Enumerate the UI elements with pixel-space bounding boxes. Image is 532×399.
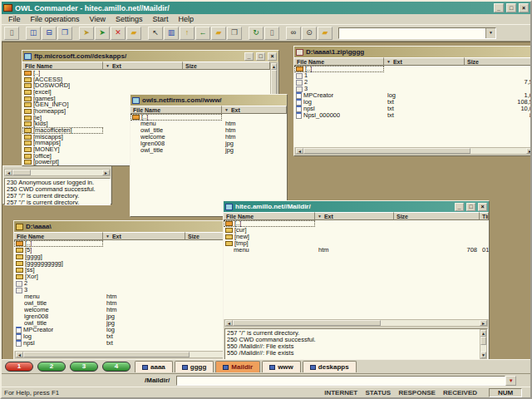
- scrollbar-thumb[interactable]: [12, 170, 31, 175]
- column-header-size[interactable]: Size: [183, 62, 270, 70]
- invert-selection-button[interactable]: ↖: [148, 27, 163, 40]
- scroll-left-button[interactable]: ◄: [16, 352, 23, 357]
- file-row[interactable]: MPCreatorlog: [14, 327, 254, 333]
- copy-button[interactable]: ➤: [79, 27, 94, 40]
- column-header-file-name[interactable]: File Name: [224, 212, 315, 220]
- refresh-button[interactable]: ↻: [249, 27, 264, 40]
- file-row[interactable]: [..]: [14, 240, 254, 247]
- split-view-button[interactable]: ▥: [164, 27, 179, 40]
- scroll-right-button[interactable]: ►: [526, 148, 530, 154]
- file-row[interactable]: [5]: [14, 247, 254, 254]
- quick-button-1[interactable]: 1: [5, 362, 33, 372]
- tab-maildir[interactable]: Maildir: [215, 361, 260, 372]
- scroll-right-button[interactable]: ►: [480, 320, 487, 326]
- find-button[interactable]: ∞: [286, 27, 301, 40]
- file-row[interactable]: [cur]: [224, 227, 489, 234]
- column-header-file-name[interactable]: File Name: [294, 57, 384, 66]
- open-folder-button[interactable]: ▰: [211, 27, 226, 40]
- file-row[interactable]: owl_titlejpg: [131, 147, 287, 154]
- parent-directory-button[interactable]: ↑: [180, 27, 195, 40]
- file-row[interactable]: [ACCESS]: [22, 76, 270, 83]
- restore-button[interactable]: □: [466, 203, 475, 211]
- combo-dropdown-icon[interactable]: ▼: [485, 28, 495, 38]
- file-row[interactable]: menuhtm: [14, 293, 254, 300]
- quick-button-2[interactable]: 2: [37, 362, 66, 372]
- file-row[interactable]: lgren008jpg: [14, 313, 254, 320]
- menu-item-file-operations[interactable]: File operations: [26, 15, 85, 23]
- column-header-file-name[interactable]: File Name: [22, 62, 103, 70]
- tile-vertical-button[interactable]: ◫: [26, 27, 41, 40]
- scrollbar-thumb[interactable]: [303, 148, 470, 154]
- file-row[interactable]: [gggg]: [14, 254, 254, 260]
- file-row[interactable]: [..]: [224, 220, 489, 227]
- file-row[interactable]: npsltxt10,0: [294, 106, 530, 112]
- file-row[interactable]: [DOSWORD]: [22, 82, 270, 89]
- scrollbar-thumb[interactable]: [23, 352, 190, 357]
- file-row[interactable]: owl_titlehtm: [14, 300, 254, 307]
- scrollbar-thumb[interactable]: [480, 337, 486, 345]
- menu-item-file[interactable]: File: [3, 15, 26, 23]
- close-button[interactable]: ×: [519, 3, 529, 12]
- file-row[interactable]: logtxt: [14, 333, 254, 340]
- new-document-button[interactable]: ▯: [4, 27, 19, 40]
- cascade-windows-button[interactable]: ❐: [57, 27, 72, 40]
- column-header-size[interactable]: Size: [465, 57, 530, 66]
- file-row[interactable]: [new]: [224, 234, 489, 240]
- close-button[interactable]: ×: [478, 203, 487, 211]
- horizontal-scrollbar[interactable]: ◄ ►: [295, 147, 530, 155]
- file-row[interactable]: 1: [294, 72, 530, 79]
- column-header-file-name[interactable]: File Name: [131, 106, 222, 114]
- minimize-button[interactable]: _: [244, 52, 254, 61]
- horizontal-scrollbar[interactable]: ◄ ►: [224, 319, 488, 327]
- file-row[interactable]: menuhtm70801.: [224, 247, 489, 254]
- child-titlebar[interactable]: D:\aaaa\1.zip\gggg: [294, 47, 530, 57]
- file-row[interactable]: menuhtm: [131, 121, 287, 127]
- tab-deskapps[interactable]: deskapps: [303, 361, 357, 372]
- file-row[interactable]: welcomehtm: [14, 307, 254, 313]
- column-header-ext[interactable]: ▼Ext: [315, 212, 394, 220]
- quick-button-4[interactable]: 4: [102, 362, 131, 372]
- child-titlebar[interactable]: ftp.microsoft.com//deskapps/ _ □ ×: [22, 51, 278, 62]
- file-row[interactable]: 27,5: [294, 79, 530, 86]
- scroll-right-button[interactable]: ►: [102, 170, 110, 175]
- address-dropdown-button[interactable]: ▼: [505, 376, 516, 386]
- child-titlebar[interactable]: owls.netfirms.com//www/: [131, 95, 287, 106]
- file-row[interactable]: [ss]: [14, 267, 254, 273]
- file-row[interactable]: [Xor]: [14, 273, 254, 280]
- minimize-button[interactable]: _: [494, 3, 504, 12]
- horizontal-scrollbar[interactable]: ◄ ►: [4, 169, 111, 176]
- quick-view-button[interactable]: ⊙: [302, 27, 317, 40]
- file-row[interactable]: 2: [14, 280, 254, 287]
- file-row[interactable]: [..]: [294, 66, 530, 72]
- close-button[interactable]: ×: [268, 52, 277, 61]
- file-row[interactable]: [..]: [131, 114, 287, 121]
- column-header-file-name[interactable]: File Name: [14, 232, 103, 240]
- menu-item-help[interactable]: Help: [173, 15, 199, 23]
- file-row[interactable]: MPCreatorlog1,6: [294, 92, 530, 99]
- file-row[interactable]: lgren008jpg: [131, 140, 287, 147]
- horizontal-scrollbar[interactable]: ◄ ►: [15, 351, 253, 358]
- file-row[interactable]: [..]: [22, 70, 270, 76]
- scrollbar-thumb[interactable]: [233, 320, 381, 326]
- column-header-size[interactable]: Size: [394, 212, 480, 220]
- scroll-up-button[interactable]: ▲: [480, 330, 486, 337]
- tab-aaaa[interactable]: aaaa: [135, 361, 173, 372]
- menu-item-view[interactable]: View: [85, 15, 111, 23]
- column-header-time[interactable]: Time: [480, 212, 489, 220]
- menu-item-start[interactable]: Start: [147, 15, 173, 23]
- child-titlebar[interactable]: hitec.amillo.net//Maildir/ _ □ ×: [224, 201, 489, 212]
- file-row[interactable]: [tmp]: [224, 240, 489, 247]
- scroll-left-button[interactable]: ◄: [5, 170, 12, 175]
- column-header-ext[interactable]: ▼Ext: [103, 62, 183, 70]
- browse-folder-button[interactable]: ▰: [318, 27, 332, 40]
- address-input[interactable]: [176, 376, 505, 386]
- paste-button[interactable]: ▯: [264, 27, 279, 40]
- column-header-ext[interactable]: ▼Ext: [384, 57, 465, 66]
- move-button[interactable]: ➤: [95, 27, 110, 40]
- new-folder-button[interactable]: ▰: [126, 27, 141, 40]
- tab-www[interactable]: www: [262, 361, 301, 372]
- file-row[interactable]: [gggggggggg]: [14, 260, 254, 267]
- file-row[interactable]: owl_titlehtm: [131, 127, 287, 134]
- copy-to-window-button[interactable]: ❐: [227, 27, 242, 40]
- back-button[interactable]: ←: [195, 27, 210, 40]
